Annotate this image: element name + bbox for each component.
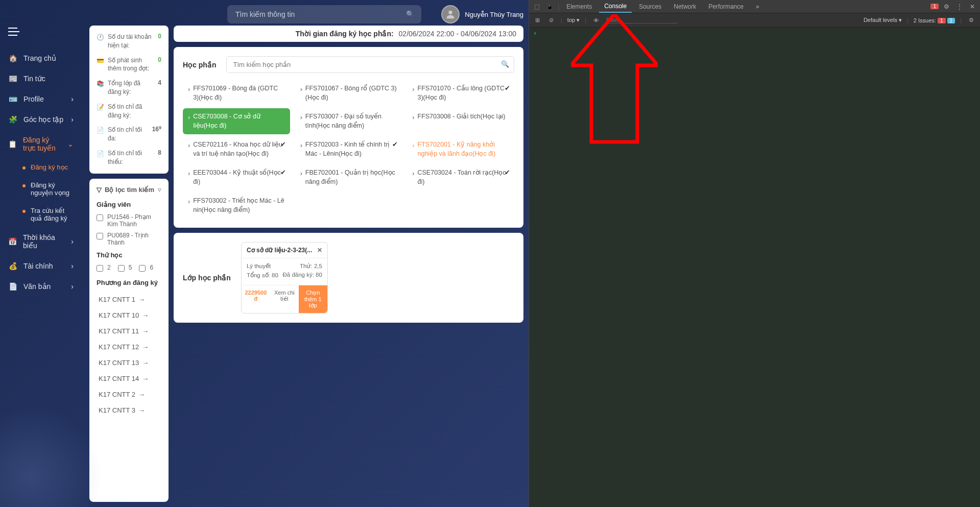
- course-item[interactable]: ›FFS703008 - Giải tích(Học lại): [407, 108, 514, 134]
- credits-max-label: Số tín chỉ tối đa:: [108, 126, 148, 143]
- nav-finance[interactable]: 💰Tài chính›: [0, 256, 82, 276]
- study-icon: 🧩: [8, 115, 17, 124]
- chevron-right-icon: ›: [188, 113, 190, 123]
- tab-network[interactable]: Network: [668, 1, 701, 12]
- course-item[interactable]: ›FFS701070 - Cầu lông (GDTC 3)(Học đi)✔: [407, 80, 514, 106]
- checkbox[interactable]: [97, 214, 103, 221]
- plan-item[interactable]: K17 CNTT 2→: [97, 387, 161, 402]
- plan-item[interactable]: K17 CNTT 12→: [97, 339, 161, 355]
- checkbox[interactable]: [97, 233, 103, 239]
- course-name: FFS703002 - Triết học Mác - Lê nin(Học n…: [193, 197, 284, 214]
- tab-sources[interactable]: Sources: [634, 1, 666, 12]
- nav-news[interactable]: 📰Tin tức: [0, 68, 82, 89]
- credits-min-label: Số tín chỉ tối thiểu:: [108, 149, 154, 166]
- nav-profile[interactable]: 🪪Profile›: [0, 89, 82, 109]
- check-icon: ✔: [392, 140, 398, 150]
- course-item[interactable]: ›CSE702116 - Khoa học dữ liệu và trí tuệ…: [183, 136, 290, 162]
- plan-item[interactable]: K17 CNTT 1→: [97, 292, 161, 307]
- close-icon[interactable]: ✕: [317, 247, 322, 254]
- course-item[interactable]: ›FFS703002 - Triết học Mác - Lê nin(Học …: [183, 192, 290, 219]
- console-settings-icon[interactable]: ⚙: [967, 17, 976, 23]
- day-checkbox[interactable]: 5: [118, 264, 132, 272]
- lecturer-name: PU0689 - Trịnh Thành: [107, 232, 161, 246]
- arrow-right-icon: →: [142, 311, 149, 319]
- subnav-lookup[interactable]: Tra cứu kết quả đăng ký: [20, 202, 82, 227]
- arrow-right-icon: →: [142, 359, 149, 367]
- lecturer-checkbox[interactable]: PU0689 - Trịnh Thành: [97, 232, 161, 246]
- class-day: Thứ: 2,5: [300, 262, 322, 270]
- nav-register-label: Đăng ký trực tuyến: [23, 136, 61, 152]
- chevron-right-icon: ›: [412, 113, 414, 123]
- check-icon: ✔: [280, 168, 286, 178]
- sidebar-toggle-icon[interactable]: ⊞: [533, 17, 542, 23]
- checkbox[interactable]: [97, 265, 103, 272]
- day-checkbox[interactable]: 6: [139, 264, 153, 272]
- course-name: FBE702001 - Quản trị học(Học nâng điểm): [305, 168, 397, 186]
- close-icon[interactable]: ✕: [968, 3, 977, 10]
- view-detail-button[interactable]: Xem chi tiết: [270, 285, 299, 313]
- nav-schedule-label: Thời khóa biểu: [23, 233, 65, 250]
- plan-item[interactable]: K17 CNTT 14→: [97, 371, 161, 387]
- gear-icon[interactable]: ⚙: [942, 3, 951, 10]
- course-item[interactable]: ›FTS702001 - Kỹ năng khởi nghiệp và lãnh…: [407, 136, 514, 162]
- checkbox[interactable]: [139, 265, 146, 272]
- course-name: CSE702116 - Khoa học dữ liệu và trí tuệ …: [193, 140, 284, 158]
- plan-item[interactable]: K17 CNTT 11→: [97, 323, 161, 339]
- error-badge[interactable]: 1: [930, 4, 939, 9]
- plan-item[interactable]: K17 CNTT 13→: [97, 355, 161, 371]
- class-section-title: Lớp học phần: [183, 274, 231, 282]
- check-icon: ✔: [505, 84, 510, 93]
- log-levels-selector[interactable]: Default levels ▾: [864, 17, 902, 23]
- news-icon: 📰: [8, 75, 17, 83]
- course-item[interactable]: ›FFS702003 - Kinh tế chính trị Mác - Lên…: [295, 136, 402, 162]
- menu-toggle-icon[interactable]: [8, 27, 82, 38]
- chevron-right-icon: ›: [300, 170, 302, 179]
- money-icon: 💰: [8, 262, 17, 270]
- course-item[interactable]: ›FFS701067 - Bóng rổ (GDTC 3)(Học đi): [295, 80, 402, 106]
- arrow-right-icon: →: [138, 406, 145, 414]
- tab-console[interactable]: Console: [599, 1, 632, 13]
- filter-icon: ▽: [97, 186, 102, 194]
- nav-documents[interactable]: 📄Văn bản›: [0, 276, 82, 297]
- course-search-input[interactable]: [226, 56, 514, 73]
- nav-study-corner[interactable]: 🧩Góc học tập›: [0, 109, 82, 130]
- course-item[interactable]: ›CSE703008 - Cơ sở dữ liệu(Học đi): [183, 108, 290, 134]
- nav-register[interactable]: 📋Đăng ký trực tuyến⌄: [0, 130, 82, 158]
- tab-performance[interactable]: Performance: [703, 1, 749, 12]
- tab-elements[interactable]: Elements: [561, 1, 597, 12]
- plan-item[interactable]: K17 CNTT 10→: [97, 307, 161, 323]
- device-icon[interactable]: 📱: [544, 3, 556, 10]
- subnav-reg-wish[interactable]: Đăng ký nguyện vọng: [20, 176, 82, 202]
- course-item[interactable]: ›FBE702001 - Quản trị học(Học nâng điểm): [295, 164, 402, 190]
- course-item[interactable]: ›FFS701069 - Bóng đá (GDTC 3)(Học đi): [183, 80, 290, 106]
- course-name: FFS702003 - Kinh tế chính trị Mác - Lêni…: [305, 140, 397, 158]
- subnav-reg-study[interactable]: Đăng ký học: [20, 158, 82, 176]
- global-search-input[interactable]: [227, 5, 421, 23]
- course-item[interactable]: ›CSE703024 - Toán rời rạc(Học đi)✔: [407, 164, 514, 190]
- course-search[interactable]: 🔍: [226, 56, 514, 73]
- choose-class-button[interactable]: Chọn thêm 1 lớp: [299, 285, 327, 313]
- nav-news-label: Tin tức: [23, 75, 45, 83]
- filter-options-icon[interactable]: ▿: [158, 186, 161, 194]
- course-item[interactable]: ›FFS703007 - Đại số tuyến tính(Học nâng …: [295, 108, 402, 134]
- tabs-more-icon[interactable]: »: [751, 1, 764, 12]
- credits-max-value: 169: [152, 126, 161, 133]
- chevron-right-icon: ›: [71, 282, 74, 291]
- clear-icon[interactable]: ⊘: [547, 17, 556, 23]
- calendar-icon: 📅: [8, 237, 17, 246]
- issues-label[interactable]: 2 Issues: 1 1: [914, 17, 955, 23]
- class-registered: Đã đăng ký: 80: [283, 272, 322, 279]
- course-item[interactable]: ›EEE703044 - Kỹ thuật số(Học đi)✔: [183, 164, 290, 190]
- more-icon[interactable]: ⋮: [954, 3, 965, 10]
- lecturer-checkbox[interactable]: PU1546 - Phạm Kim Thành: [97, 213, 161, 228]
- inspect-icon[interactable]: ⬚: [532, 3, 542, 10]
- chevron-right-icon: ›: [300, 141, 302, 151]
- global-search[interactable]: 🔍: [227, 5, 421, 23]
- user-info[interactable]: Nguyễn Thùy Trang: [441, 5, 523, 23]
- nav-schedule[interactable]: 📅Thời khóa biểu›: [0, 227, 82, 256]
- nav-home[interactable]: 🏠Trang chủ: [0, 48, 82, 68]
- course-name: FTS702001 - Kỹ năng khởi nghiệp và lãnh …: [418, 140, 510, 158]
- plan-item[interactable]: K17 CNTT 3→: [97, 402, 161, 418]
- checkbox[interactable]: [118, 265, 125, 272]
- day-checkbox[interactable]: 2: [97, 264, 111, 272]
